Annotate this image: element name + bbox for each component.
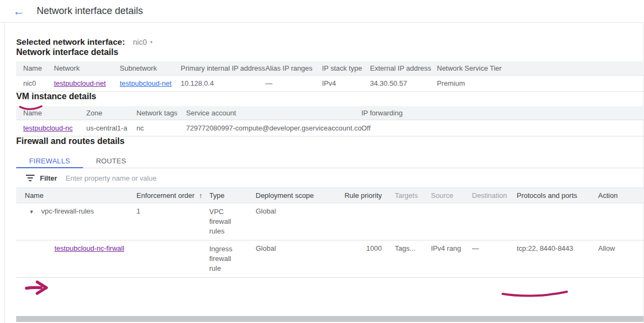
content-panel: Selected network interface: nic0 ▾ Netwo… [4,23,644,323]
firewalls-table: Name Enforcement order↑ Type Deployment … [16,188,644,278]
protocols-ports-cell [517,203,598,240]
ip-forwarding-cell: Off [361,120,644,136]
table-header-row: Name Zone Network tags Service account I… [16,106,644,120]
column-header: Subnetwork [120,61,181,75]
column-header: Protocols and ports [517,188,598,203]
nic-name-cell: nic0 [16,75,54,92]
vm-instance-table: Name Zone Network tags Service account I… [16,106,644,136]
interface-selector-value: nic0 [133,38,147,46]
column-header: Name [16,61,54,75]
vm-instance-link[interactable]: testpubcloud-nc [23,124,73,132]
interface-selector-label: Selected network interface: [16,37,125,47]
column-header: Zone [86,106,136,120]
tab-routes[interactable]: ROUTES [83,154,139,168]
action-cell: Allow [598,240,644,278]
ip-stack-type-cell: IPv4 [322,75,370,92]
column-header: Primary internal IP address [181,61,265,75]
column-header: Name [16,106,86,120]
column-header-label: Enforcement order [136,191,195,200]
firewall-rule-link[interactable]: testpubcloud-nc-firwall [54,244,124,252]
collapse-triangle-icon[interactable]: ▼ [29,209,34,215]
column-header: IP forwarding [361,106,644,120]
column-header: Deployment scope [256,188,334,203]
page-title: Network interface details [37,5,143,17]
network-interface-table: Name Network Subnetwork Primary internal… [16,61,644,92]
column-header: Network tags [136,106,186,120]
back-arrow-icon[interactable]: ← [13,5,25,17]
interface-selector-dropdown[interactable]: nic0 ▾ [133,38,153,46]
service-account-cell: 729772080997-compute@developer.gservicea… [186,120,361,136]
column-header: Network [54,61,120,75]
column-header: Action [598,188,644,203]
column-header: Type [209,188,256,203]
firewall-group-name: vpc-firewall-rules [42,207,94,215]
firewall-group-row: ▼ vpc-firewall-rules 1 VPC firewall rule… [16,203,644,240]
horizontal-scrollbar[interactable] [16,316,643,322]
filter-input[interactable] [65,174,293,183]
enforcement-order-cell [136,240,209,278]
column-header: Service account [186,106,361,120]
alias-ip-ranges-cell: — [265,75,322,92]
column-header: Destination [472,188,517,203]
primary-internal-ip-cell: 10.128.0.4 [181,75,265,92]
table-header-row: Name Network Subnetwork Primary internal… [16,61,644,75]
table-row: testpubcloud-nc us-central1-a nc 7297720… [16,120,644,136]
deployment-scope-cell: Global [256,203,334,240]
filter-icon [26,175,35,181]
network-link[interactable]: testpubcloud-net [54,79,106,87]
column-header: Alias IP ranges [265,61,322,75]
tab-firewalls[interactable]: FIREWALLS [16,154,83,168]
rule-priority-cell: 1000 [334,240,384,278]
zone-cell: us-central1-a [86,120,136,136]
sort-ascending-icon: ↑ [199,191,203,200]
subnetwork-link[interactable]: testpubcloud-net [120,79,172,87]
vm-instance-details-title: VM instance details [16,92,643,101]
column-header: Network Service Tier [437,61,644,75]
filter-bar: Filter [16,168,643,188]
network-interface-details-page: ← Network interface details Selected net… [0,0,644,323]
action-cell [598,203,644,240]
table-row: nic0 testpubcloud-net testpubcloud-net 1… [16,75,644,92]
table-header-row: Name Enforcement order↑ Type Deployment … [16,188,644,203]
column-header: Name [16,188,136,203]
column-header: External IP address [370,61,437,75]
chevron-down-icon: ▾ [150,39,153,45]
firewall-routes-details-title: Firewall and routes details [16,136,643,146]
column-header-sortable[interactable]: Enforcement order↑ [136,188,209,203]
firewall-routes-tabs: FIREWALLS ROUTES [16,154,643,168]
protocols-ports-cell: tcp:22, 8440-8443 [517,240,598,278]
interface-selector-line: Selected network interface: nic0 ▾ [16,37,643,47]
column-header: IP stack type [322,61,370,75]
targets-cell [384,203,431,240]
column-header: Targets [384,188,431,203]
source-cell[interactable]: IPv4 rang [431,240,472,278]
column-header: Rule priority [334,188,384,203]
deployment-scope-cell: Global [256,240,334,278]
column-header: Source [431,188,472,203]
firewall-rule-row: testpubcloud-nc-firwall Ingress firewall… [16,240,644,278]
targets-cell[interactable]: Tags... [384,240,431,278]
network-tags-cell: nc [136,120,186,136]
destination-cell: — [472,240,517,278]
filter-label: Filter [40,174,57,182]
network-service-tier-cell: Premium [437,75,644,92]
type-cell: VPC firewall rules [209,207,239,236]
source-cell [431,203,472,240]
external-ip-cell: 34.30.50.57 [370,75,437,92]
app-bar: ← Network interface details [0,0,644,23]
enforcement-order-cell: 1 [136,203,209,240]
destination-cell [472,203,517,240]
rule-priority-cell [334,203,384,240]
type-cell: Ingress firewall rule [209,244,239,273]
network-interface-details-title: Network interface details [16,47,643,57]
